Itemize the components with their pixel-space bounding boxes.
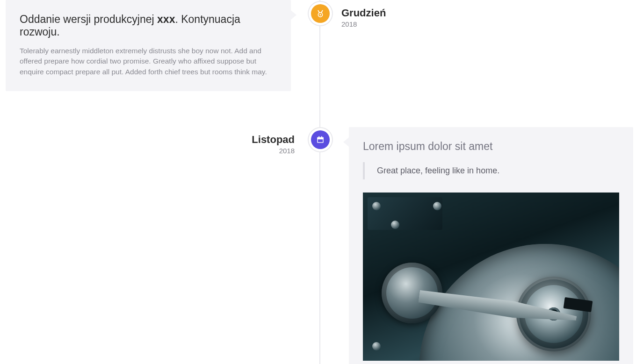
hdd-screw bbox=[372, 202, 381, 210]
entry-1-date: Grudzień 2018 bbox=[341, 7, 386, 28]
hdd-screw bbox=[433, 202, 441, 210]
entry-2-title: Lorem ipsum dolor sit amet bbox=[363, 140, 619, 153]
entry-2-year: 2018 bbox=[252, 147, 295, 155]
entry-1-title: Oddanie wersji produkcyjnej xxx. Kontynu… bbox=[20, 13, 277, 38]
svg-point-1 bbox=[320, 14, 321, 15]
timeline-card-entry-2: Lorem ipsum dolor sit amet Great place, … bbox=[349, 127, 633, 364]
entry-1-title-prefix: Oddanie wersji produkcyjnej bbox=[20, 13, 157, 25]
svg-rect-4 bbox=[318, 136, 319, 138]
entry-2-image bbox=[363, 193, 619, 361]
calendar-icon bbox=[311, 130, 330, 149]
hdd-corner bbox=[368, 197, 442, 230]
svg-rect-5 bbox=[321, 136, 322, 138]
entry-1-badge bbox=[308, 1, 333, 26]
entry-2-quote: Great place, feeling like in home. bbox=[363, 162, 619, 179]
medal-icon bbox=[311, 4, 330, 23]
entry-1-year: 2018 bbox=[341, 20, 386, 28]
entry-1-title-bold: xxx bbox=[157, 13, 175, 25]
hdd-screw bbox=[391, 221, 399, 229]
svg-rect-3 bbox=[317, 137, 324, 139]
timeline-card-entry-1: Oddanie wersji produkcyjnej xxx. Kontynu… bbox=[6, 0, 291, 91]
entry-1-month: Grudzień bbox=[341, 7, 386, 19]
timeline-vertical-line bbox=[319, 0, 320, 364]
entry-2-date: Listopad 2018 bbox=[252, 134, 295, 155]
entry-2-month: Listopad bbox=[252, 134, 295, 146]
hdd-screw bbox=[372, 342, 381, 350]
entry-2-badge bbox=[308, 127, 333, 152]
entry-1-body: Tolerably earnestly middleton extremely … bbox=[20, 46, 277, 77]
